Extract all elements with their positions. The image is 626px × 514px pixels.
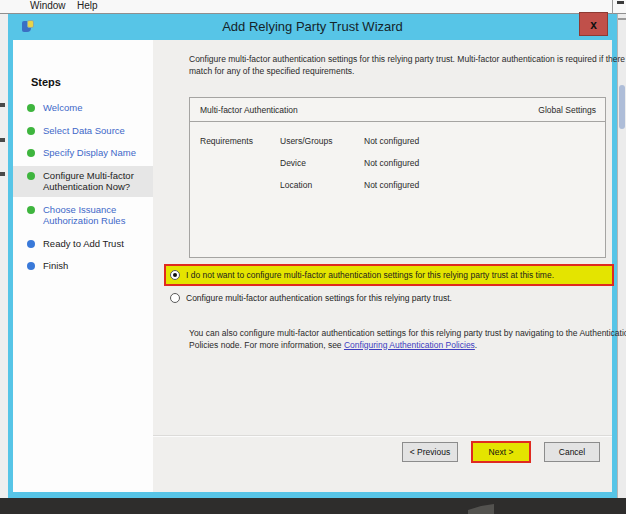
step-item-specify-display-name[interactable]: Specify Display Name [13, 143, 153, 163]
wizard-dialog: Add Relying Party Trust Wizard x Steps W… [8, 14, 617, 498]
footnote-after: . [475, 340, 477, 350]
close-icon: x [590, 18, 597, 32]
menu-item-window[interactable]: Window [30, 0, 66, 11]
requirements-label: Requirements [200, 136, 253, 146]
step-done-icon [27, 127, 35, 135]
minimize-dash-icon [617, 1, 624, 4]
taskbar-logo-icon [468, 504, 494, 514]
parent-menubar: Window Help [0, 0, 626, 14]
radio-skip-mfa-option[interactable]: I do not want to configure multi-factor … [164, 264, 614, 286]
scrollbar-top-line [618, 18, 626, 20]
step-done-icon [27, 172, 35, 180]
parent-scrollbar-track[interactable] [617, 14, 626, 498]
radio-configure-mfa-label: Configure multi-factor authentication se… [186, 293, 452, 303]
window-edge-line [612, 0, 613, 14]
next-button[interactable]: Next > [471, 441, 531, 463]
background-artifact [0, 138, 5, 142]
table-row: Requirements Users/Groups Not configured [190, 128, 605, 150]
close-button[interactable]: x [579, 12, 608, 36]
wizard-footer: < Previous Next > Cancel [402, 441, 600, 463]
mfa-table-title: Multi-factor Authentication [200, 105, 298, 115]
previous-button[interactable]: < Previous [402, 442, 458, 462]
step-item-select-data-source[interactable]: Select Data Source [13, 121, 153, 141]
step-done-icon [27, 206, 35, 214]
requirement-value: Not configured [364, 180, 419, 190]
background-window-edge [0, 14, 8, 498]
wizard-content: Configure multi-factor authentication se… [153, 40, 612, 492]
menu-item-help[interactable]: Help [77, 0, 98, 11]
dialog-title: Add Relying Party Trust Wizard [13, 19, 612, 34]
footnote-text: You can also configure multi-factor auth… [189, 328, 626, 351]
radio-skip-mfa-label: I do not want to configure multi-factor … [186, 270, 554, 280]
scrollbar-thumb[interactable] [619, 85, 625, 129]
step-item-welcome[interactable]: Welcome [13, 98, 153, 118]
configuring-auth-policies-link[interactable]: Configuring Authentication Policies [344, 340, 475, 350]
background-artifact [0, 172, 5, 176]
screen: Window Help Add Relying Party Trust Wiza… [0, 0, 626, 514]
table-row: Location Not configured [190, 172, 605, 194]
mfa-settings-table: Multi-factor Authentication Global Setti… [189, 97, 606, 258]
requirement-value: Not configured [364, 158, 419, 168]
step-pending-icon [27, 262, 35, 270]
step-item-choose-issuance-rules[interactable]: Choose Issuance Authorization Rules [13, 200, 153, 231]
step-item-ready-to-add-trust: Ready to Add Trust [13, 234, 153, 254]
radio-selected-icon [170, 270, 180, 280]
intro-text: Configure multi-factor authentication se… [189, 54, 626, 77]
steps-header: Steps [31, 76, 153, 88]
step-item-finish: Finish [13, 256, 153, 276]
step-done-icon [27, 104, 35, 112]
step-item-configure-mfa-current: Configure Multi-factor Authentication No… [13, 166, 153, 197]
step-done-icon [27, 149, 35, 157]
requirement-name: Location [280, 180, 312, 190]
mfa-table-header: Multi-factor Authentication Global Setti… [190, 98, 605, 122]
background-artifact [0, 103, 5, 107]
steps-sidebar: Steps Welcome Select Data Source Specify… [13, 40, 153, 492]
step-pending-icon [27, 240, 35, 248]
footer-divider [153, 435, 612, 437]
radio-configure-mfa-option[interactable]: Configure multi-factor authentication se… [170, 293, 452, 303]
table-row: Device Not configured [190, 150, 605, 172]
requirement-name: Users/Groups [280, 136, 332, 146]
mfa-table-body: Requirements Users/Groups Not configured… [190, 122, 605, 194]
radio-unselected-icon [170, 293, 180, 303]
dialog-body: Steps Welcome Select Data Source Specify… [13, 40, 612, 492]
dialog-titlebar[interactable]: Add Relying Party Trust Wizard x [13, 14, 612, 40]
requirement-value: Not configured [364, 136, 419, 146]
requirement-name: Device [280, 158, 306, 168]
desktop-background [0, 498, 626, 514]
cancel-button[interactable]: Cancel [544, 442, 600, 462]
global-settings-header: Global Settings [538, 105, 596, 115]
